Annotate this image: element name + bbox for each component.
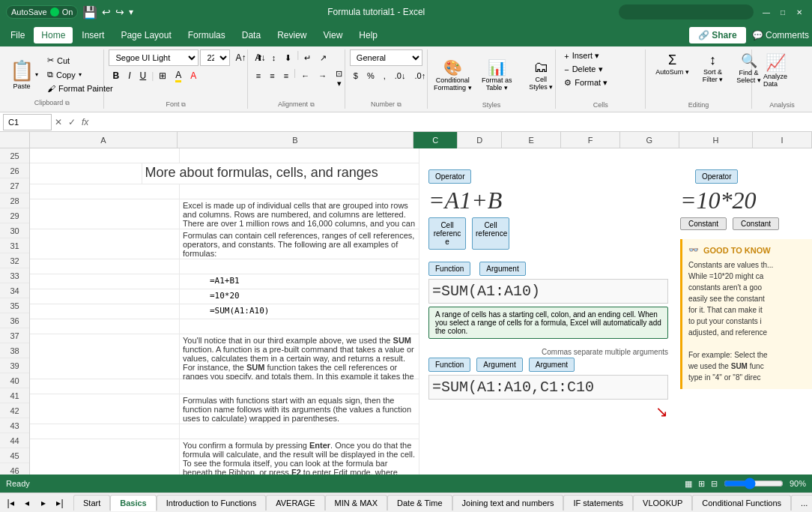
align-left-button[interactable]: ≡ (252, 67, 264, 84)
menu-data[interactable]: Data (234, 27, 268, 43)
increase-decimal-button[interactable]: .0↑ (411, 67, 430, 84)
cell-b31[interactable]: =A1+B1 (180, 274, 419, 289)
view-normal-icon[interactable]: ▦ (685, 479, 692, 489)
cell-a33[interactable] (30, 304, 180, 319)
format-as-table-button[interactable]: 📊 Format asTable ▾ (476, 55, 518, 95)
cell-b37[interactable]: Formulas with functions start with an eq… (180, 394, 419, 424)
row-29[interactable]: 29 (0, 208, 29, 223)
delete-button[interactable]: − Delete ▾ (560, 63, 606, 76)
tab-vlookup[interactable]: VLOOKUP (633, 495, 692, 511)
number-format-select[interactable]: General (350, 49, 422, 66)
autosum-button[interactable]: Σ AutoSum ▾ (650, 49, 694, 79)
tab-prev-button[interactable]: ◂ (19, 496, 34, 511)
row-41[interactable]: 41 (0, 388, 29, 403)
tab-conditional[interactable]: Conditional Functions (692, 495, 791, 511)
close-button[interactable]: ✕ (793, 5, 806, 19)
row-33[interactable]: 33 (0, 268, 29, 283)
formula-cancel[interactable]: ✕ (55, 117, 62, 127)
row-26[interactable]: 26 (0, 163, 29, 178)
decrease-decimal-button[interactable]: .0↓ (391, 67, 410, 84)
cell-a38[interactable] (30, 424, 180, 439)
align-top-button[interactable]: ⬆ (252, 49, 267, 66)
cell-a31[interactable] (30, 274, 180, 289)
tab-start[interactable]: Start (73, 495, 110, 511)
tab-last-button[interactable]: ▸| (52, 496, 67, 511)
tab-basics[interactable]: Basics (110, 495, 156, 511)
wrap-text-button[interactable]: ↵ (300, 49, 315, 66)
font-size-select[interactable]: 22 (200, 49, 230, 66)
clipboard-expand[interactable]: ⧉ (65, 100, 70, 106)
name-box[interactable] (3, 114, 52, 130)
col-header-c[interactable]: C (413, 132, 458, 148)
cell-a37[interactable] (30, 394, 180, 424)
redo-icon[interactable]: ↪ (115, 6, 124, 18)
copy-dropdown[interactable]: ▾ (79, 71, 82, 78)
row-28[interactable]: 28 (0, 193, 29, 208)
align-right-button[interactable]: ≡ (280, 67, 292, 84)
format-button[interactable]: ⚙ Format ▾ (560, 76, 611, 89)
cell-b32[interactable]: =10*20 (180, 289, 419, 304)
cell-a34[interactable] (30, 319, 180, 334)
formula-input[interactable] (91, 117, 809, 127)
comma-button[interactable]: , (380, 67, 390, 84)
row-34[interactable]: 34 (0, 283, 29, 298)
menu-view[interactable]: View (316, 27, 351, 43)
undo-icon[interactable]: ↩ (102, 6, 111, 18)
col-header-b[interactable]: B (178, 132, 413, 148)
more-icon[interactable]: ▾ (129, 7, 133, 17)
paste-button[interactable]: 📋 Paste ▾ (4, 51, 42, 97)
fill-color-button[interactable]: A (172, 67, 185, 84)
menu-file[interactable]: File (3, 27, 32, 43)
cell-a36[interactable] (30, 379, 180, 394)
cell-b25[interactable] (180, 148, 419, 163)
col-header-a[interactable]: A (30, 132, 178, 148)
cell-a29[interactable] (30, 229, 180, 259)
view-layout-icon[interactable]: ⊞ (698, 479, 705, 489)
currency-button[interactable]: $ (350, 67, 362, 84)
tab-joining-text[interactable]: Joining text and numbers (452, 495, 564, 511)
font-color-button[interactable]: A (187, 67, 200, 84)
analyze-data-button[interactable]: 📈 AnalyzeData (757, 49, 794, 91)
row-37[interactable]: 37 (0, 328, 29, 343)
cell-b36[interactable] (180, 379, 419, 394)
cell-a28[interactable] (30, 199, 180, 229)
formula-confirm[interactable]: ✓ (68, 117, 76, 127)
menu-help[interactable]: Help (351, 27, 385, 43)
cell-a25[interactable] (30, 148, 180, 163)
row-36[interactable]: 36 (0, 313, 29, 328)
row-25[interactable]: 25 (0, 148, 29, 163)
tab-date-time[interactable]: Date & Time (387, 495, 452, 511)
autosave-toggle[interactable]: AutoSave On (6, 5, 78, 19)
percent-button[interactable]: % (363, 67, 378, 84)
cell-b34[interactable] (180, 319, 419, 334)
row-42[interactable]: 42 (0, 403, 29, 418)
underline-button[interactable]: U (136, 67, 150, 84)
insert-button[interactable]: + Insert ▾ (560, 49, 603, 62)
row-32[interactable]: 32 (0, 253, 29, 268)
menu-formulas[interactable]: Formulas (181, 27, 233, 43)
bold-button[interactable]: B (109, 67, 123, 84)
cell-b35[interactable]: You'll notice that in our third example … (180, 334, 419, 379)
maximize-button[interactable]: □ (776, 5, 790, 19)
cell-a35[interactable] (30, 334, 180, 379)
row-44[interactable]: 44 (0, 433, 29, 448)
row-45[interactable]: 45 (0, 448, 29, 463)
tab-min-max[interactable]: MIN & MAX (325, 495, 387, 511)
col-header-d[interactable]: D (458, 132, 502, 148)
row-39[interactable]: 39 (0, 358, 29, 373)
cell-b33[interactable]: =SUM(A1:A10) (180, 304, 419, 319)
font-name-select[interactable]: Segoe UI Light (109, 49, 199, 66)
col-header-g[interactable]: G (620, 132, 679, 148)
cell-a32[interactable] (30, 289, 180, 304)
angle-button[interactable]: ↗ (316, 49, 330, 66)
cell-a26[interactable] (30, 163, 142, 184)
menu-insert[interactable]: Insert (74, 27, 112, 43)
align-bottom-button[interactable]: ⬇ (281, 49, 295, 66)
row-31[interactable]: 31 (0, 238, 29, 253)
align-center-button[interactable]: ≡ (266, 67, 278, 84)
conditional-formatting-button[interactable]: 🎨 ConditionalFormatting ▾ (432, 55, 473, 95)
tab-next-button[interactable]: ▸ (36, 496, 51, 511)
tab-intro-functions[interactable]: Introduction to Functions (157, 495, 266, 511)
row-38[interactable]: 38 (0, 343, 29, 358)
tab-more[interactable]: ... (791, 495, 812, 511)
